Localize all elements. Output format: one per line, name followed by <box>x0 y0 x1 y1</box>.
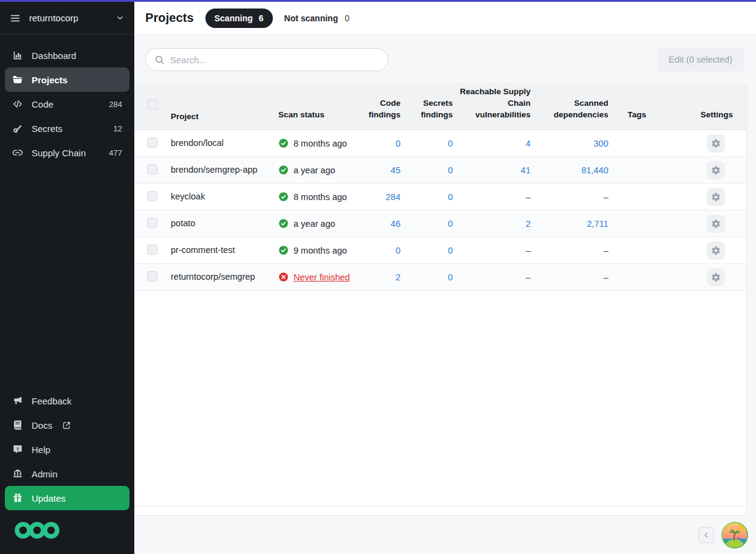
scanned-deps-link[interactable]: 81,440 <box>532 165 610 175</box>
sidebar-item-count: 12 <box>114 124 122 133</box>
search-icon <box>154 55 165 65</box>
row-checkbox[interactable] <box>147 218 157 228</box>
scan-status-text: 8 months ago <box>294 192 347 202</box>
row-checkbox[interactable] <box>147 137 157 148</box>
semgrep-logo[interactable] <box>5 510 129 554</box>
column-header-secrets-findings: Secrets findings <box>402 98 454 130</box>
row-checkbox[interactable] <box>147 191 157 201</box>
code-findings-link[interactable]: 284 <box>352 192 402 202</box>
table-row[interactable]: brendon/semgrep-app a year ago 45 0 41 8… <box>134 157 746 184</box>
gear-icon <box>711 246 721 255</box>
scan-status-text: 9 months ago <box>294 246 347 255</box>
project-name[interactable]: returntocorp/semgrep <box>160 264 267 289</box>
secrets-findings-link[interactable]: 0 <box>402 165 454 175</box>
sidebar-item-updates[interactable]: Updates <box>5 486 129 510</box>
pagination-prev-button[interactable] <box>698 527 714 543</box>
secrets-findings-link[interactable]: 0 <box>402 272 454 282</box>
settings-gear-button[interactable] <box>707 188 725 206</box>
settings-gear-button[interactable] <box>707 134 725 153</box>
scan-status-text: a year ago <box>294 165 335 175</box>
settings-gear-button[interactable] <box>707 268 725 286</box>
sidebar-item-help[interactable]: Help <box>5 437 129 462</box>
external-link-icon <box>62 421 71 430</box>
sidebar-item-docs[interactable]: Docs <box>5 413 129 437</box>
secrets-findings-link[interactable]: 0 <box>402 192 454 202</box>
gift-icon <box>12 493 23 504</box>
sidebar-item-supply-chain[interactable]: Supply Chain 477 <box>5 140 129 165</box>
page-title: Projects <box>145 11 194 25</box>
sidebar-item-admin[interactable]: Admin <box>5 462 129 486</box>
sidebar-item-feedback[interactable]: Feedback <box>5 389 129 413</box>
scanned-deps-link[interactable]: 2,711 <box>532 219 610 229</box>
tab-not-scanning[interactable]: Not scanning 0 <box>284 13 349 23</box>
secrets-findings-link[interactable]: 0 <box>402 219 454 229</box>
tab-scanning[interactable]: Scanning 6 <box>205 9 273 28</box>
scan-status-link[interactable]: Never finished <box>294 272 350 282</box>
table-header-row: Project Scan status Code findings Secret… <box>134 83 746 130</box>
secrets-findings-link[interactable]: 0 <box>402 246 454 255</box>
secrets-findings-link[interactable]: 0 <box>402 139 454 148</box>
main-area: Projects Scanning 6 Not scanning 0 Edit … <box>134 2 756 554</box>
sidebar-item-label: Feedback <box>32 396 72 406</box>
sidebar-item-label: Secrets <box>32 123 63 134</box>
search-box[interactable] <box>145 48 388 71</box>
table-row[interactable]: potato a year ago 46 0 2 2,711 <box>134 210 746 237</box>
table-row[interactable]: pr-comment-test 9 months ago 0 0 – – <box>134 237 746 264</box>
row-checkbox[interactable] <box>147 271 157 282</box>
reachable-vulns-link[interactable]: 4 <box>454 139 532 148</box>
project-name[interactable]: brendon/semgrep-app <box>160 157 267 182</box>
row-checkbox[interactable] <box>147 164 157 175</box>
reachable-vulns-link[interactable]: 2 <box>454 219 532 229</box>
tab-count: 0 <box>345 13 349 23</box>
table-row[interactable]: keycloak 8 months ago 284 0 – – <box>134 184 746 210</box>
code-findings-link[interactable]: 2 <box>352 272 402 282</box>
sidebar-item-label: Docs <box>32 420 52 431</box>
sidebar-item-label: Projects <box>32 75 67 85</box>
table-row[interactable]: returntocorp/semgrep Never finished 2 0 … <box>134 264 746 291</box>
sidebar-item-label: Dashboard <box>32 50 76 61</box>
chevron-down-icon[interactable] <box>115 13 125 23</box>
hamburger-menu-icon[interactable] <box>10 13 21 24</box>
code-findings-link[interactable]: 45 <box>352 165 402 175</box>
palm-island-avatar[interactable] <box>721 521 749 549</box>
scanned-deps-link[interactable]: – <box>532 192 610 202</box>
bank-icon <box>12 468 23 479</box>
gear-icon <box>711 139 721 148</box>
megaphone-icon <box>12 395 23 406</box>
settings-gear-button[interactable] <box>707 241 725 260</box>
project-name[interactable]: brendon/local <box>160 130 267 156</box>
reachable-vulns-link[interactable]: 41 <box>454 165 532 175</box>
search-input[interactable] <box>170 55 379 65</box>
sidebar-item-label: Help <box>32 445 50 455</box>
sidebar-item-code[interactable]: Code 284 <box>5 92 129 116</box>
code-findings-link[interactable]: 0 <box>352 139 402 148</box>
org-name: returntocorp <box>29 13 78 23</box>
sidebar-item-projects[interactable]: Projects <box>5 68 129 92</box>
edit-selected-button[interactable]: Edit (0 selected) <box>657 47 744 72</box>
reachable-vulns-link[interactable]: – <box>454 246 532 255</box>
check-circle-icon <box>278 192 289 202</box>
table-row[interactable]: brendon/local 8 months ago 0 0 4 300 <box>134 130 746 157</box>
select-all-checkbox[interactable] <box>147 99 157 109</box>
org-switcher[interactable]: returntocorp <box>0 2 134 35</box>
logo-rings-icon <box>15 520 60 541</box>
scanned-deps-link[interactable]: – <box>532 246 610 255</box>
sidebar-item-secrets[interactable]: Secrets 12 <box>5 116 129 140</box>
code-findings-link[interactable]: 46 <box>352 219 402 229</box>
row-checkbox[interactable] <box>147 244 157 255</box>
gear-icon <box>711 165 721 175</box>
table-body: brendon/local 8 months ago 0 0 4 300 b <box>134 130 746 291</box>
settings-gear-button[interactable] <box>707 161 725 179</box>
project-name[interactable]: pr-comment-test <box>160 237 267 263</box>
scanned-deps-link[interactable]: – <box>532 272 610 282</box>
chain-link-icon <box>12 147 23 158</box>
project-name[interactable]: keycloak <box>160 184 267 209</box>
reachable-vulns-link[interactable]: – <box>454 272 532 282</box>
table-footer-strip <box>134 506 746 515</box>
code-findings-link[interactable]: 0 <box>352 246 402 255</box>
settings-gear-button[interactable] <box>707 215 725 233</box>
scanned-deps-link[interactable]: 300 <box>532 139 610 148</box>
reachable-vulns-link[interactable]: – <box>454 192 532 202</box>
project-name[interactable]: potato <box>160 210 267 236</box>
sidebar-item-dashboard[interactable]: Dashboard <box>5 43 129 68</box>
